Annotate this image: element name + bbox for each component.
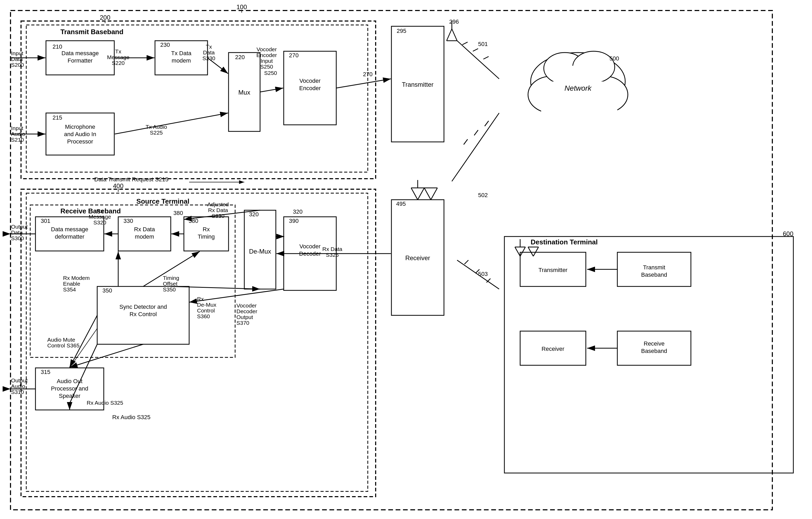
svg-rect-28 [554,66,599,87]
rx-modem-enable-label3: S354 [63,286,76,292]
svg-line-53 [464,260,468,264]
ref-320-above: 320 [293,208,302,215]
network-label: Network [564,84,592,92]
svg-line-20 [473,49,478,51]
vocoder-decoder-output-label4: S370 [236,320,249,326]
output-audio-label2: Audio [11,383,25,389]
diagram-svg: 100 200 Transmit Baseband 210 Data messa… [0,0,812,519]
source-terminal-label: Source Terminal [136,197,190,205]
ref-301: 301 [41,218,51,224]
svg-text:S250: S250 [260,64,273,69]
rx-message-label3: S320 [93,220,106,226]
rx-timing-label2: Timing [198,233,214,240]
ref-500: 500 [609,55,619,62]
input-data-label3: S200 [11,62,24,68]
ref-270-label: 270 [363,71,373,78]
transmitter-label: Transmitter [402,81,433,88]
input-audio-label3: S210 [11,137,24,143]
tx-data-modem-label2: modem [172,57,191,64]
input-audio-label2: Audio [11,131,25,137]
vocoder-decoder-output-label1: Vocoder [236,302,257,309]
timing-offset-label2: Offset [163,281,178,287]
rx-modem-enable-label2: Enable [63,281,80,287]
audio-out-label2: Processor and [51,385,88,392]
svg-line-49 [485,121,489,126]
diagram: 100 200 Transmit Baseband 210 Data messa… [0,0,812,519]
ref-495: 495 [396,201,406,207]
input-audio-label1: Input [11,125,23,131]
svg-line-76 [115,113,228,134]
ref-100-label: 100 [236,3,247,10]
vocoder-encoder-input-label-s250: S250 [264,70,277,76]
ref-400-label: 400 [113,182,123,190]
data-message-formatter-label2: Formatter [67,57,92,64]
timing-offset-label1: Timing [163,275,179,281]
rx-data-label2: S326 [326,252,339,258]
receiver-dest-label: Receiver [542,346,564,352]
svg-line-77 [260,88,283,92]
svg-text:Input: Input [261,58,273,64]
output-data-label2: Data [11,229,23,235]
svg-line-90 [189,289,284,302]
tx-audio-label2: S225 [150,129,163,136]
rx-data-label1: Rx Data [322,246,342,252]
microphone-label2: and Audio In [64,131,96,138]
sync-detector-label1: Sync Detector and [119,304,167,310]
destination-terminal-label: Destination Terminal [531,238,598,246]
svg-line-50 [474,130,478,135]
svg-line-52 [457,260,499,289]
audio-mute-control-label2: Control S365 [47,342,80,348]
rx-data-modem-label2: modem [135,233,154,240]
rx-demux-control-label2: De-Mux [197,302,216,308]
vocoder-decoder-output-label2: Decoder [236,308,257,314]
svg-line-46 [431,188,437,200]
svg-line-63 [515,247,520,256]
data-transmit-request-label: Data Transmit Request S215 [94,176,168,183]
vocoder-encoder-ref: 270 [289,52,299,59]
ref-350: 350 [103,287,112,294]
vocoder-decoder-output-label3: Output [236,314,253,320]
ref-330: 330 [123,218,133,224]
tx-data-label1: Tx [206,44,212,50]
vocoder-encoder-label1: Vocoder [299,78,321,84]
ref-600: 600 [783,230,793,237]
transmit-baseband-dest-label2: Baseband [641,271,667,278]
mux-label: Mux [238,89,250,96]
svg-text:Encoder: Encoder [256,52,277,58]
data-message-formatter-ref: 210 [53,44,62,50]
data-deformatter-label1: Data message [51,226,88,233]
ref-380-label: 380 [173,210,183,216]
data-deformatter-label2: deformatter [55,233,85,240]
tx-message-label2: Message [107,54,129,60]
svg-line-51 [464,139,468,145]
vocoder-decoder-label1: Vocoder [299,243,321,250]
adjusted-rx-data-label1: Adjusted [207,201,229,207]
vocoder-encoder-input-label: Vocoder [256,46,277,52]
input-data-label1: Input [11,50,23,56]
audio-mute-control-label1: Audio Mute [47,337,75,343]
audio-out-label3: Speaker [59,393,80,399]
rx-demux-control-label4: S360 [197,313,210,319]
tx-message-label3: S220 [112,60,124,66]
microphone-label3: Processor [67,138,93,145]
output-audio-label3: S310 [11,389,24,395]
svg-line-15 [452,29,457,41]
transmit-baseband-label: Transmit Baseband [60,28,123,36]
output-data-label3: S300 [11,235,24,241]
mux-ref: 220 [235,54,245,60]
svg-line-75 [207,58,228,74]
data-message-formatter-label: Data message [61,50,99,57]
rx-data-modem-label1: Rx Data [134,226,155,233]
rx-modem-enable-label1: Rx Modem [63,275,90,281]
svg-line-45 [424,188,431,200]
svg-line-78 [336,79,391,88]
svg-line-21 [483,57,489,59]
svg-line-41 [411,188,418,200]
rx-demux-control-label3: Control [197,308,215,314]
tx-data-modem-label1: Tx Data [171,50,192,57]
input-data-label2: Data [11,56,23,62]
output-audio-label1: Output [11,377,28,383]
tx-data-label3: S230 [202,55,215,61]
rx-audio-label: Rx Audio S325 [112,414,150,421]
timing-offset-label3: S350 [163,286,176,292]
